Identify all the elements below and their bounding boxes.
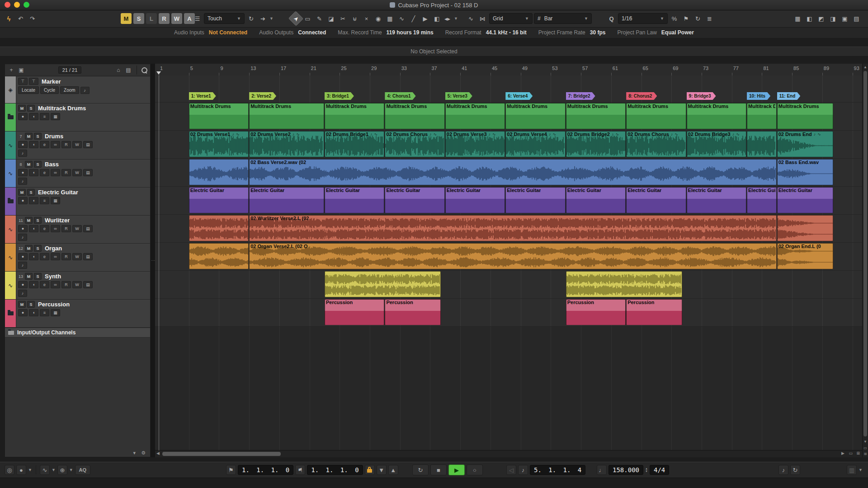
group-edit-icon[interactable]: ≡ [40, 113, 49, 120]
cycle-button[interactable]: ↻ [412, 465, 429, 475]
vertical-scrollbar[interactable]: ▲ ▼ ▭ ⊞ [862, 64, 868, 457]
event-organ-2[interactable]: 02 Organ Verse2.L (02 O [249, 243, 777, 269]
lanes-icon[interactable]: ▤ [83, 253, 93, 260]
event-organ-3[interactable]: 02 Organ End.L (0 [777, 243, 833, 269]
audio-quantize-button[interactable]: AQ [75, 465, 90, 475]
event-electric-guitar-4[interactable]: Electric Guitar [385, 187, 444, 213]
write-automation-icon[interactable]: W [72, 225, 82, 232]
color-tool-icon[interactable]: ◧ [432, 13, 442, 24]
lanes-icon[interactable]: ▤ [83, 169, 93, 176]
quantize-panel-icon[interactable]: ≣ [704, 13, 715, 24]
solo-button[interactable]: S [34, 161, 42, 168]
scroll-right-icon[interactable]: ▶ [841, 451, 844, 455]
write-automation-icon[interactable]: W [72, 281, 82, 288]
draw-tool-icon[interactable]: ✎ [314, 13, 325, 24]
mixer-m-button[interactable]: M [121, 13, 132, 24]
stop-button[interactable]: ■ [430, 465, 447, 475]
erase-tool-icon[interactable]: ◪ [326, 13, 336, 24]
marker-9[interactable]: 9: Bridge3 [687, 92, 716, 100]
event-bass-3[interactable]: 02 Bass End.wav [777, 159, 833, 185]
event-electric-guitar-6[interactable]: Electric Guitar [505, 187, 565, 213]
monitor-icon[interactable]: ◖ [29, 281, 38, 288]
snap-on-off-button[interactable]: ⋈ [477, 13, 488, 24]
time-warp-tool-icon[interactable]: ∿ [396, 13, 407, 24]
event-multitrack-drums-2[interactable]: Multitrack Drums [249, 103, 324, 129]
event-percussion-2[interactable]: Percussion [385, 299, 441, 325]
timebase-musical-icon[interactable]: ♪ [18, 150, 27, 157]
folder-contents-icon[interactable]: ▦ [51, 309, 60, 316]
event-electric-guitar-2[interactable]: Electric Guitar [249, 187, 324, 213]
event-drums-8[interactable]: 02 Drums Chorus♪∿ [626, 131, 686, 157]
object-selection-tool-icon[interactable]: ➤ [288, 11, 303, 26]
event-multitrack-drums-9[interactable]: Multitrack Drums [687, 103, 746, 129]
playhead-icon[interactable] [156, 71, 161, 75]
event-wurlitzer-1[interactable] [189, 215, 249, 241]
tempo-track-icon[interactable]: ♩ [597, 465, 607, 475]
mixer-s-button[interactable]: S [133, 13, 144, 24]
window-layout-icon[interactable]: ▣ [840, 13, 850, 24]
marker-7[interactable]: 7: Bridge2 [566, 92, 595, 100]
panel-resize-handle[interactable]: ⋮ [151, 64, 155, 457]
scroll-down-icon[interactable]: ▼ [863, 440, 868, 444]
event-percussion-3[interactable]: Percussion [566, 299, 626, 325]
record-enable-icon[interactable]: ● [18, 113, 28, 120]
event-electric-guitar-5[interactable]: Electric Guitar [445, 187, 505, 213]
folder-contents-icon[interactable]: ▦ [51, 197, 60, 204]
track-electric-guitar[interactable]: MSElectric Guitar●◖≡▦ [5, 188, 150, 216]
marker-4[interactable]: 4: Chorus1 [385, 92, 415, 100]
automation-return-icon[interactable]: ↻ [246, 13, 256, 24]
solo-button[interactable]: S [34, 273, 42, 280]
go-to-left-locator-icon[interactable]: ⚑ [226, 465, 236, 475]
home-zoom-icon[interactable]: ⌂ [115, 67, 122, 73]
redo-button[interactable]: ↷ [27, 13, 38, 24]
horizontal-scroll-thumb[interactable] [162, 452, 281, 456]
tempo-spinner[interactable]: ▲▼ [645, 468, 648, 473]
write-automation-icon[interactable]: W [72, 253, 82, 260]
add-cycle-marker-button[interactable]: ⊤ [29, 78, 38, 85]
track-filter-icon[interactable]: ▤ [125, 67, 132, 73]
event-electric-guitar-9[interactable]: Electric Guitar [687, 187, 746, 213]
grid-type-dropdown[interactable]: # Bar ▼ [534, 13, 592, 24]
lower-zone-icon[interactable]: ◩ [816, 13, 826, 24]
mute-button[interactable]: M [18, 301, 26, 308]
folder-contents-icon[interactable]: ▦ [51, 113, 60, 120]
event-electric-guitar-8[interactable]: Electric Guitar [626, 187, 686, 213]
track-visibility-button[interactable]: ▣ [18, 67, 25, 73]
marker-11[interactable]: 11: End [777, 92, 801, 100]
timebase-musical-icon[interactable]: ♪ [18, 290, 27, 297]
edit-channel-icon[interactable]: e [40, 169, 49, 176]
solo-button[interactable]: S [34, 133, 42, 140]
mixer-l-button[interactable]: L [146, 13, 157, 24]
timebase-musical-icon[interactable]: ♪ [18, 262, 27, 269]
event-drums-6[interactable]: 02 Drums Verse4♪∿ [505, 131, 565, 157]
audio-performance-button[interactable]: ∿ [40, 465, 50, 475]
event-organ-1[interactable] [189, 243, 249, 269]
edit-channel-icon[interactable]: e [40, 281, 49, 288]
nudge-palette-button[interactable]: ◂▸ [442, 13, 453, 24]
edit-channel-icon[interactable]: e [40, 141, 49, 148]
mute-tool-icon[interactable]: × [361, 13, 372, 24]
marker-8[interactable]: 8: Chorus2 [626, 92, 657, 100]
record-enable-icon[interactable]: ● [18, 281, 28, 288]
event-electric-guitar-11[interactable]: Electric Guitar [777, 187, 833, 213]
timebase-musical-icon[interactable]: ♪ [18, 234, 27, 241]
left-locator-display[interactable]: 1. 1. 1. 0 [238, 465, 293, 475]
marker-5[interactable]: 5: Verse3 [445, 92, 472, 100]
insert-bypass-icon[interactable]: ∞ [51, 281, 60, 288]
event-electric-guitar-7[interactable]: Electric Guitar [566, 187, 626, 213]
insert-bypass-icon[interactable]: ∞ [51, 169, 60, 176]
mute-button[interactable]: M [18, 105, 26, 112]
monitor-icon[interactable]: ◖ [29, 197, 38, 204]
vertical-zoom-in-icon[interactable]: ⊞ [863, 452, 868, 456]
solo-button[interactable]: S [27, 301, 35, 308]
mute-button[interactable]: M [25, 273, 33, 280]
insert-bypass-icon[interactable]: ∞ [51, 225, 60, 232]
record-enable-icon[interactable]: ● [18, 309, 28, 316]
event-drums-2[interactable]: 02 Drums Verse2♪∿ [249, 131, 324, 157]
auto-scroll-button[interactable]: ➔ [258, 13, 268, 24]
read-automation-icon[interactable]: R [61, 225, 71, 232]
event-multitrack-drums-6[interactable]: Multitrack Drums [505, 103, 565, 129]
event-drums-11[interactable]: 02 Drums End♪∿ [777, 131, 833, 157]
event-drums-1[interactable]: 02 Drums Verse1♪∿ [189, 131, 249, 157]
marker-1[interactable]: 1: Verse1 [189, 92, 216, 100]
